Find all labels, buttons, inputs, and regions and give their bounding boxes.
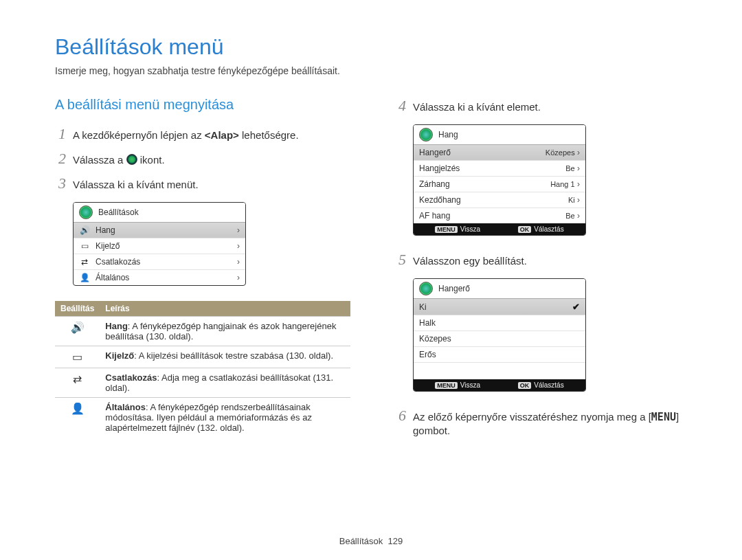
chevron-right-icon: › <box>577 164 580 173</box>
table-row: 👤 Általános: A fényképezőgép rendszerbeá… <box>55 398 350 438</box>
footer-section: Beállítások <box>339 536 383 546</box>
sound-icon: 🔊 <box>71 322 85 333</box>
right-column: 4 Válassza ki a kívánt elemet. Hang Hang… <box>395 97 687 445</box>
menu-item-label: Hang <box>95 225 115 235</box>
footer-back-label: Vissza <box>460 381 480 389</box>
option-label: Halk <box>419 318 436 328</box>
general-icon: 👤 <box>79 273 90 282</box>
section-heading: A beállítási menü megnyitása <box>55 97 347 113</box>
table-header-setting: Beállítás <box>55 301 100 317</box>
menu-key-icon: MENU <box>435 226 458 233</box>
menu-item-afhang[interactable]: AF hang Be › <box>414 208 585 223</box>
menu-item-label: Hangerő <box>419 148 451 157</box>
step-number: 5 <box>395 251 406 269</box>
general-icon: 👤 <box>71 403 85 414</box>
menu-item-kezdohang[interactable]: Kezdőhang Ki › <box>414 192 585 208</box>
menu-item-hang[interactable]: 🔊Hang › <box>74 223 245 238</box>
table-row: 🔊 Hang: A fényképezőgép hangjainak és az… <box>55 317 350 346</box>
option-ki[interactable]: Ki ✔ <box>414 299 585 315</box>
menu-item-value: Be <box>565 212 574 220</box>
desc-name: Általános <box>105 402 146 412</box>
gear-icon <box>419 128 433 142</box>
menu-item-label: Zárhang <box>419 179 450 189</box>
menu-key-text: MENU <box>651 411 676 423</box>
left-column: A beállítási menü megnyitása 1 A kezdőké… <box>55 97 347 445</box>
panel2-title: Hang <box>438 130 458 139</box>
footer-ok-label: Választás <box>534 225 563 233</box>
step-2-text-post: ikont. <box>140 154 165 166</box>
option-halk[interactable]: Halk <box>414 315 585 331</box>
chevron-right-icon: › <box>577 195 580 205</box>
step-6-text-pre: Az előző képernyőre visszatéréshez nyomj… <box>413 411 651 423</box>
chevron-right-icon: › <box>237 273 240 282</box>
menu-item-value: Közepes <box>546 148 575 157</box>
menu-item-csatlakozas[interactable]: ⇄Csatlakozás › <box>74 254 245 269</box>
step-4: 4 Válassza ki a kívánt elemet. <box>395 97 687 115</box>
chevron-right-icon: › <box>237 257 240 267</box>
panel-footer: MENU Vissza OK Választás <box>414 379 585 391</box>
option-label: Ki <box>419 302 427 312</box>
menu-item-value: Be <box>565 164 574 172</box>
menu-item-zarhang[interactable]: Zárhang Hang 1 › <box>414 176 585 192</box>
ok-key-icon: OK <box>518 382 532 389</box>
menu-item-label: AF hang <box>419 211 450 221</box>
menu-item-label: Kezdőhang <box>419 195 461 205</box>
menu-item-label: Hangjelzés <box>419 164 460 173</box>
table-header-desc: Leírás <box>100 301 350 317</box>
step-1-bold: <Alap> <box>205 129 239 141</box>
page-subtitle: Ismerje meg, hogyan szabhatja testre fén… <box>55 65 687 76</box>
step-2-text-pre: Válassza a <box>73 154 126 166</box>
step-3-text: Válassza ki a kívánt menüt. <box>73 178 199 192</box>
desc-text: : A kijelzési beállítások testre szabása… <box>134 350 333 361</box>
option-empty <box>414 362 585 379</box>
step-2: 2 Válassza a ikont. <box>55 150 347 168</box>
menu-item-label: Csatlakozás <box>95 257 140 267</box>
menu-item-label: Általános <box>95 273 129 282</box>
display-icon: ▭ <box>72 351 82 363</box>
option-kozepes[interactable]: Közepes <box>414 331 585 346</box>
page-title: Beállítások menü <box>55 34 687 60</box>
menu-item-value: Ki <box>568 196 575 204</box>
panel1-title: Beállítások <box>98 208 139 217</box>
table-row: ⇄ Csatlakozás: Adja meg a csatlakozási b… <box>55 368 350 398</box>
ok-key-icon: OK <box>518 226 532 233</box>
option-eros[interactable]: Erős <box>414 346 585 362</box>
menu-item-altalanos[interactable]: 👤Általános › <box>74 269 245 285</box>
menu-item-kijelzo[interactable]: ▭Kijelző › <box>74 238 245 254</box>
option-label: Közepes <box>419 334 451 344</box>
step-5-text: Válasszon egy beállítást. <box>413 254 527 268</box>
step-4-text: Válassza ki a kívánt elemet. <box>413 100 541 114</box>
hangero-options-panel: Hangerő Ki ✔ Halk Közepes Erős <box>413 278 586 392</box>
menu-item-hangero[interactable]: Hangerő Közepes › <box>414 145 585 160</box>
step-3: 3 Válassza ki a kívánt menüt. <box>55 175 347 192</box>
menu-key-icon: MENU <box>435 382 458 389</box>
settings-description-table: Beállítás Leírás 🔊 Hang: A fényképezőgép… <box>55 301 350 437</box>
step-1-text-post: lehetőségre. <box>242 129 299 141</box>
gear-icon <box>419 282 433 295</box>
desc-text: : A fényképezőgép hangjainak és azok han… <box>105 321 336 341</box>
footer-back-label: Vissza <box>460 225 480 233</box>
step-number: 6 <box>395 407 406 425</box>
menu-item-hangjelzes[interactable]: Hangjelzés Be › <box>414 160 585 176</box>
step-number: 2 <box>55 150 66 168</box>
gear-icon <box>79 205 93 219</box>
step-number: 4 <box>395 97 406 115</box>
chevron-right-icon: › <box>577 179 580 189</box>
chevron-right-icon: › <box>237 241 240 251</box>
step-5: 5 Válasszon egy beállítást. <box>395 251 687 269</box>
connection-icon: ⇄ <box>79 258 90 266</box>
hang-menu-panel: Hang Hangerő Közepes › Hangjelzés Be › Z… <box>413 124 586 236</box>
step-1-text-pre: A kezdőképernyőn lépjen az <box>73 129 205 141</box>
step-6: 6 Az előző képernyőre visszatéréshez nyo… <box>395 407 687 438</box>
step-1: 1 A kezdőképernyőn lépjen az <Alap> lehe… <box>55 125 347 143</box>
chevron-right-icon: › <box>577 148 580 157</box>
footer-page-number: 129 <box>388 536 403 546</box>
display-icon: ▭ <box>79 242 90 250</box>
settings-menu-panel: Beállítások 🔊Hang › ▭Kijelző › ⇄Csatlako… <box>73 202 246 286</box>
step-number: 3 <box>55 175 66 192</box>
sound-icon: 🔊 <box>79 226 90 234</box>
page-footer: Beállítások 129 <box>0 536 742 546</box>
desc-name: Kijelző <box>105 350 134 361</box>
settings-gear-icon <box>126 154 137 165</box>
connection-icon: ⇄ <box>73 373 82 385</box>
